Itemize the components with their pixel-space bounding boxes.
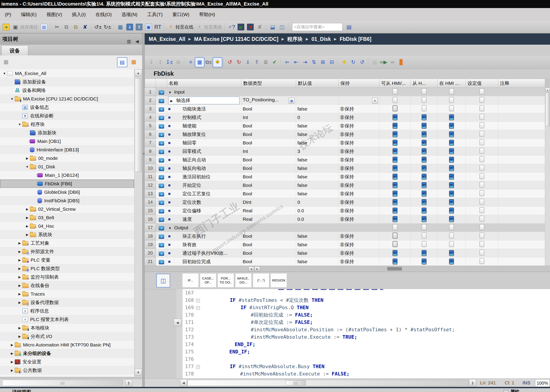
tree-item-00-mode[interactable]: ▶⁘00_mode — [0, 154, 134, 162]
cell-default[interactable]: false — [296, 122, 338, 130]
expanded-mode-icon[interactable]: ≣ — [261, 58, 270, 67]
tree-expand-icon[interactable]: ▶ — [17, 301, 22, 304]
tree-item-micro-automation-hmi-ktp700-basic-pn-[interactable]: ▶▭Micro Automation HMI [KTP700 Basic PN] — [0, 341, 134, 349]
setpoint-checkbox[interactable] — [479, 148, 484, 154]
hmi-accessible-checkbox[interactable]: ✔ — [393, 165, 397, 171]
setpoint-checkbox[interactable] — [479, 199, 484, 205]
delete-icon[interactable]: ✘ — [81, 22, 90, 32]
tree-expand-icon[interactable]: ▶ — [17, 267, 22, 270]
cell-retain[interactable]: 非保持 — [338, 173, 379, 181]
refresh-icon[interactable]: ↺ — [358, 58, 367, 67]
setpoint-checkbox[interactable] — [479, 250, 484, 256]
cell-datatype[interactable]: Bool — [241, 173, 296, 181]
tree-item-04-hsc[interactable]: ▶⁘04_Hsc — [0, 222, 134, 230]
cell-comment[interactable] — [498, 130, 545, 139]
cell-retain[interactable]: 非保持 — [338, 189, 379, 198]
cell-default[interactable]: false — [296, 181, 338, 189]
hmi-writable-checkbox[interactable]: ✔ — [422, 208, 427, 214]
cell-comment[interactable] — [498, 105, 545, 113]
cell-name[interactable]: 轴故障复位 — [167, 130, 241, 139]
tree-item-globledisk-db6-[interactable]: GlobleDisk [DB6] — [0, 188, 134, 196]
code-line-170[interactable]: 170#回初始位完成 := FALSE; — [176, 311, 550, 319]
hmi-visible-checkbox[interactable]: ✔ — [449, 191, 454, 197]
cell-retain[interactable] — [338, 88, 379, 96]
tree-item-ma-excise-all[interactable]: ▼MA_Excise_All — [0, 69, 134, 78]
tree-item-ma-excise-cpu-1214c-dc-dc-dc-[interactable]: ▼▮MA Excise [CPU 1214C DC/DC/DC] — [0, 95, 134, 103]
tree-item-plc-[interactable]: ▶◆PLC 变量 — [0, 256, 134, 264]
hmi-writable-checkbox[interactable]: ✔ — [422, 131, 427, 137]
section-collapse-icon[interactable]: ▼ — [168, 91, 174, 94]
cell-datatype[interactable]: Bool — [241, 249, 296, 257]
hmi-writable-checkbox[interactable]: ✔ — [422, 216, 427, 222]
tree-hscroll-right-icon[interactable]: ❯ — [125, 379, 132, 386]
cell-retain[interactable]: 非保持 — [338, 257, 379, 266]
setpoint-checkbox[interactable] — [479, 233, 484, 239]
section-collapse-icon[interactable]: ▼ — [168, 226, 174, 230]
tree-item-main-ob1-[interactable]: Main [OB1] — [0, 137, 134, 146]
hmi-writable-checkbox[interactable]: ✔ — [422, 259, 427, 265]
tree-item--i-o[interactable]: ▶▮分布式 I/O — [0, 332, 134, 341]
cell-default[interactable]: false — [296, 173, 338, 181]
cell-default[interactable]: false — [296, 189, 338, 198]
cell-comment[interactable] — [498, 96, 545, 105]
cell-name[interactable]: 回初始位完成 — [167, 257, 241, 266]
tree-expand-icon[interactable]: ▶ — [17, 335, 22, 338]
tree-item-plc-[interactable]: ▶▦PLC 数据类型 — [0, 264, 134, 273]
compile-icon[interactable]: ▦ — [116, 22, 125, 32]
tree-item-plc-[interactable]: ≡PLC 报警文本列表 — [0, 315, 134, 324]
cell-retain[interactable]: 非保持 — [338, 130, 379, 139]
code-collapse-left-icon[interactable]: ◀ — [174, 319, 181, 326]
tree-item--[interactable]: 品设备和网络 — [0, 86, 134, 95]
cell-datatype[interactable]: Bool — [241, 130, 296, 139]
cell-retain[interactable]: 非保持 — [338, 113, 379, 122]
tree-item-main-1-ob124-[interactable]: Main_1 [OB124] — [0, 171, 134, 180]
hmi-visible-checkbox[interactable]: ✔ — [449, 250, 454, 256]
accessible-devices-icon[interactable]: ♂? — [227, 22, 236, 32]
code-hscroll-thumb[interactable]: |||| — [286, 380, 306, 385]
hmi-accessible-checkbox[interactable] — [393, 224, 397, 230]
hmi-visible-checkbox[interactable]: ✔ — [449, 199, 454, 205]
setpoint-checkbox[interactable] — [479, 207, 484, 213]
outdent-icon[interactable]: ⇤ — [292, 58, 300, 67]
project-tree-hscrollbar[interactable]: |||| ❯ — [0, 379, 142, 387]
properties-tab[interactable]: 属性 — [504, 389, 520, 392]
list-view-icon[interactable]: ▤ — [117, 57, 127, 67]
previous-error-icon[interactable]: ⇐ — [283, 58, 291, 67]
cell-comment[interactable] — [498, 215, 545, 224]
setpoint-checkbox[interactable] — [479, 114, 484, 120]
setpoint-init-icon[interactable]: ✱ — [213, 58, 222, 67]
code-line-169[interactable]: 169−IF #instRTrigPos.Q THEN — [176, 304, 550, 311]
cell-comment[interactable] — [498, 257, 545, 266]
cell-comment[interactable] — [498, 173, 545, 181]
breadcrumb-item-0[interactable]: MA_Excise_All — [149, 36, 185, 42]
hmi-visible-checkbox[interactable] — [449, 233, 454, 239]
zoom-level[interactable]: 100% — [535, 379, 550, 387]
cell-name[interactable]: ▼Input — [167, 88, 241, 96]
struct-expand-icon[interactable]: ▶ — [170, 99, 176, 103]
hmi-accessible-checkbox[interactable]: ✔ — [393, 191, 397, 197]
setpoint-checkbox[interactable] — [479, 105, 484, 111]
cell-name[interactable]: ▶轴选择 — [167, 96, 241, 105]
hmi-visible-checkbox[interactable]: ✔ — [449, 114, 454, 120]
name-edit-box[interactable]: ▶轴选择 — [168, 97, 239, 104]
split-editor-horizontal-icon[interactable]: ⬓ — [268, 22, 277, 32]
col-header-3[interactable]: 数据类型 — [241, 79, 296, 88]
col-header-2[interactable]: 名称 — [167, 79, 241, 88]
cell-default[interactable] — [296, 88, 338, 96]
cell-default[interactable]: 0 — [296, 198, 338, 206]
cell-name[interactable]: 轴反向电动 — [167, 164, 241, 173]
hmi-visible-checkbox[interactable]: ✔ — [449, 131, 454, 137]
tree-item-hmiinterface-db13-[interactable]: HmiInterface [DB13] — [0, 146, 134, 154]
datatype-browse-icon[interactable]: ▦ — [289, 98, 295, 104]
cell-name[interactable]: 回零模式 — [167, 147, 241, 156]
tree-scroll-down-icon[interactable]: ▼ — [135, 369, 142, 376]
download-to-device-icon[interactable]: ⇓ — [125, 22, 134, 32]
cell-default[interactable]: false — [296, 105, 338, 113]
code-line-168[interactable]: 168−IF #statPosTimes < #定位次数 THEN — [176, 296, 550, 304]
cell-default[interactable]: false — [296, 156, 338, 164]
hmi-visible-checkbox[interactable] — [449, 241, 454, 247]
cell-comment[interactable] — [498, 147, 545, 156]
table-hscrollbar[interactable]: ◀ ▶ — [145, 266, 550, 272]
tree-item--[interactable]: ▶品未分组的设备 — [0, 349, 134, 358]
cell-datatype[interactable] — [241, 224, 296, 232]
